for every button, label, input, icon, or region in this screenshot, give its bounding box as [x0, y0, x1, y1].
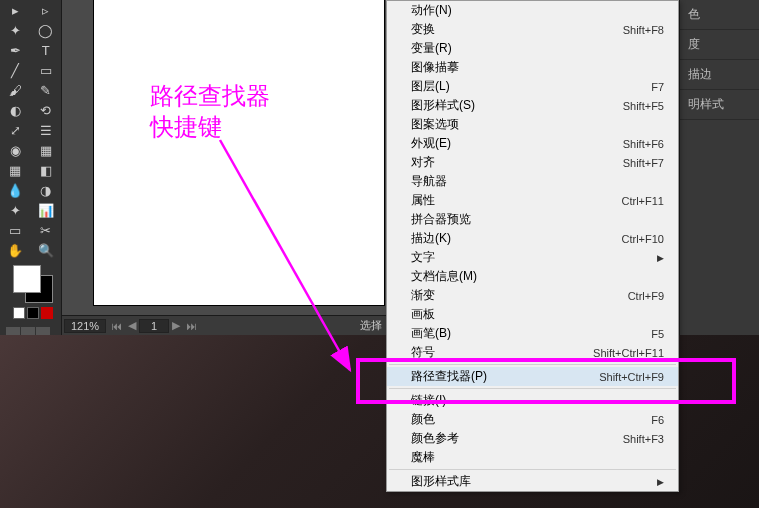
menu-item-label: 动作(N)	[411, 2, 452, 19]
zoom-level[interactable]: 121%	[64, 319, 106, 333]
menu-item-13[interactable]: 文字▶	[387, 248, 678, 267]
tool-direct[interactable]: ▹	[31, 0, 62, 20]
tools-panel: ▸▹ ✦◯ ✒T ╱▭ 🖌✎ ◐⟲ ⤢☰ ◉▦ ▦◧ 💧◑ ✦📊 ▭✂ ✋🔍	[0, 0, 62, 335]
tool-slice[interactable]: ✂	[31, 220, 62, 240]
menu-separator	[389, 364, 676, 365]
menu-item-1[interactable]: 变换Shift+F8	[387, 20, 678, 39]
menu-item-7[interactable]: 外观(E)Shift+F6	[387, 134, 678, 153]
menu-item-6[interactable]: 图案选项	[387, 115, 678, 134]
status-bar: 121% ⏮ ◀ ▶ ⏭ 选择	[62, 315, 386, 335]
fill-swatch[interactable]	[13, 265, 41, 293]
menu-item-16[interactable]: 画板	[387, 305, 678, 324]
tool-pencil[interactable]: ✎	[31, 80, 62, 100]
tool-symbol[interactable]: ✦	[0, 200, 31, 220]
menu-item-label: 颜色参考	[411, 430, 459, 447]
tool-rotate[interactable]: ⟲	[31, 100, 62, 120]
menu-item-label: 描边(K)	[411, 230, 451, 247]
menu-item-0[interactable]: 动作(N)	[387, 1, 678, 20]
menu-item-4[interactable]: 图层(L)F7	[387, 77, 678, 96]
tool-gradient[interactable]: ◧	[31, 160, 62, 180]
tool-eraser[interactable]: ◐	[0, 100, 31, 120]
menu-item-5[interactable]: 图形样式(S)Shift+F5	[387, 96, 678, 115]
menu-item-23[interactable]: 颜色F6	[387, 410, 678, 429]
menu-item-label: 画笔(B)	[411, 325, 451, 342]
tool-text[interactable]: T	[31, 40, 62, 60]
menu-item-9[interactable]: 导航器	[387, 172, 678, 191]
menu-item-25[interactable]: 魔棒	[387, 448, 678, 467]
menu-item-14[interactable]: 文档信息(M)	[387, 267, 678, 286]
panel-stroke[interactable]: 描边	[680, 60, 759, 90]
menu-item-shortcut: F6	[651, 414, 664, 426]
menu-item-18[interactable]: 符号Shift+Ctrl+F11	[387, 343, 678, 362]
panel-style[interactable]: 明样式	[680, 90, 759, 120]
menu-item-20[interactable]: 路径查找器(P)Shift+Ctrl+F9	[387, 367, 678, 386]
menu-item-17[interactable]: 画笔(B)F5	[387, 324, 678, 343]
tool-graph[interactable]: ▦	[31, 140, 62, 160]
menu-item-27[interactable]: 图形样式库▶	[387, 472, 678, 491]
tool-hand[interactable]: ✋	[0, 240, 31, 260]
tool-scale[interactable]: ⤢	[0, 120, 31, 140]
panel-color[interactable]: 色	[680, 0, 759, 30]
menu-item-label: 图层(L)	[411, 78, 450, 95]
right-panel: 色 度 描边 明样式	[679, 0, 759, 335]
tool-line[interactable]: ╱	[0, 60, 31, 80]
menu-item-shortcut: F5	[651, 328, 664, 340]
swatch-white[interactable]	[13, 307, 25, 319]
menu-item-10[interactable]: 属性Ctrl+F11	[387, 191, 678, 210]
menu-item-label: 文字	[411, 249, 435, 266]
tool-lasso[interactable]: ◯	[31, 20, 62, 40]
tool-selection[interactable]: ▸	[0, 0, 31, 20]
menu-item-11[interactable]: 拼合器预览	[387, 210, 678, 229]
status-text: 选择	[360, 318, 386, 333]
menu-item-3[interactable]: 图像描摹	[387, 58, 678, 77]
menu-item-24[interactable]: 颜色参考Shift+F3	[387, 429, 678, 448]
tool-width[interactable]: ☰	[31, 120, 62, 140]
tool-artboard[interactable]: ▭	[0, 220, 31, 240]
tool-zoom[interactable]: 🔍	[31, 240, 62, 260]
submenu-arrow-icon: ▶	[657, 253, 664, 263]
menu-item-label: 属性	[411, 192, 435, 209]
nav-first-icon[interactable]: ⏮	[108, 320, 125, 332]
menu-item-12[interactable]: 描边(K)Ctrl+F10	[387, 229, 678, 248]
tool-shape[interactable]: ◉	[0, 140, 31, 160]
tool-pen[interactable]: ✒	[0, 40, 31, 60]
artboard[interactable]	[94, 0, 384, 305]
submenu-arrow-icon: ▶	[657, 477, 664, 487]
tool-chart[interactable]: 📊	[31, 200, 62, 220]
swatch-black[interactable]	[27, 307, 39, 319]
tool-blend[interactable]: ◑	[31, 180, 62, 200]
menu-item-label: 图像描摹	[411, 59, 459, 76]
menu-item-label: 拼合器预览	[411, 211, 471, 228]
menu-item-shortcut: Shift+F3	[623, 433, 664, 445]
menu-item-label: 颜色	[411, 411, 435, 428]
menu-item-label: 画板	[411, 306, 435, 323]
tool-brush[interactable]: 🖌	[0, 80, 31, 100]
tool-eyedrop[interactable]: 💧	[0, 180, 31, 200]
menu-item-label: 外观(E)	[411, 135, 451, 152]
menu-item-22[interactable]: 链接(I)	[387, 391, 678, 410]
menu-item-shortcut: Shift+Ctrl+F9	[599, 371, 664, 383]
nav-next-icon[interactable]: ▶	[169, 319, 183, 332]
menu-item-shortcut: Ctrl+F9	[628, 290, 664, 302]
menu-item-label: 链接(I)	[411, 392, 446, 409]
menu-item-shortcut: Shift+Ctrl+F11	[593, 347, 664, 359]
menu-item-shortcut: Shift+F6	[623, 138, 664, 150]
menu-item-8[interactable]: 对齐Shift+F7	[387, 153, 678, 172]
menu-item-label: 文档信息(M)	[411, 268, 477, 285]
panel-gradient[interactable]: 度	[680, 30, 759, 60]
nav-last-icon[interactable]: ⏭	[183, 320, 200, 332]
tool-wand[interactable]: ✦	[0, 20, 31, 40]
menu-separator	[389, 388, 676, 389]
menu-item-label: 图案选项	[411, 116, 459, 133]
menu-item-label: 图形样式库	[411, 473, 471, 490]
menu-item-label: 图形样式(S)	[411, 97, 475, 114]
page-input[interactable]	[139, 319, 169, 333]
menu-item-label: 符号	[411, 344, 435, 361]
menu-item-2[interactable]: 变量(R)	[387, 39, 678, 58]
swatch-none[interactable]	[41, 307, 53, 319]
nav-prev-icon[interactable]: ◀	[125, 319, 139, 332]
menu-item-15[interactable]: 渐变Ctrl+F9	[387, 286, 678, 305]
tool-mesh[interactable]: ▦	[0, 160, 31, 180]
menu-separator	[389, 469, 676, 470]
tool-rect[interactable]: ▭	[31, 60, 62, 80]
